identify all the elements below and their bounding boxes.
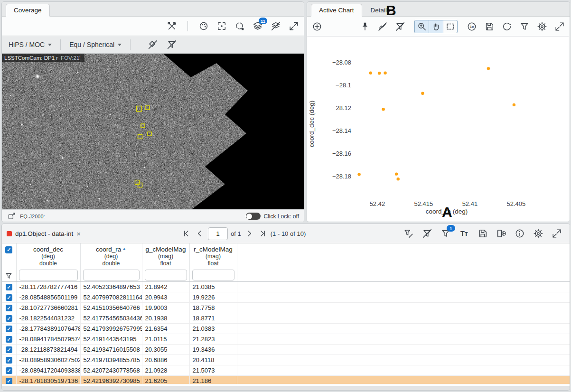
close-table-icon[interactable]: × [76,230,81,238]
table-cell[interactable]: -28.08548856501199 [16,292,80,303]
scatter-plot[interactable]: coord_dec (deg) coord_ra (deg) −28.08−28… [307,37,569,221]
table-cell[interactable]: 52.40523364897653 [80,282,142,292]
filter-count-icon[interactable]: 1 [440,227,452,240]
table-cell[interactable]: 20.6886 [142,355,189,365]
column-header-coord-dec[interactable]: coord_dec (deg) double [16,243,80,282]
scatter-point[interactable] [357,173,360,176]
table-cell[interactable]: 21.0383 [189,324,237,334]
column-header-g-cmodelmag[interactable]: g_cModelMag (mag) float [142,243,189,282]
table-row[interactable]: -28.1211887382149452.4193471601550820.30… [2,345,570,355]
recenter-icon[interactable] [215,20,228,32]
table-row[interactable]: -28.0854885650119952.40799708281116420.9… [2,292,570,303]
scatter-point[interactable] [396,177,399,180]
row-checkbox[interactable] [6,284,12,290]
add-chart-icon[interactable] [311,20,323,33]
color-table-icon[interactable] [197,20,210,32]
row-checkbox[interactable] [6,336,12,343]
scatter-point[interactable] [395,172,398,175]
table-cell[interactable]: -28.12118873821494 [16,345,80,355]
horizontal-scrollbar[interactable] [2,386,570,390]
table-cell[interactable]: 52.41510356640766 [80,303,142,313]
table-row[interactable]: -28.1072773666028152.4151035664076619.90… [2,303,570,313]
row-checkbox[interactable] [6,367,12,374]
tab-coverage[interactable]: Coverage [6,4,50,17]
expand-icon[interactable] [553,20,566,33]
table-row[interactable]: -28.1172878277741652.4052336489765321.89… [2,282,570,292]
table-cell[interactable]: 21.5073 [189,365,237,376]
clear-filters-icon[interactable] [421,227,433,240]
chart-overlay-off-icon[interactable] [376,20,389,33]
row-checkbox[interactable] [6,378,12,384]
table-row[interactable]: -28.1781830519713652.4219639273098521.62… [2,376,570,384]
table-cell[interactable]: 20.4118 [189,355,237,365]
next-page-icon[interactable] [244,228,254,239]
table-cell[interactable]: 19.9226 [189,292,237,303]
table-cell[interactable]: -28.10727736660281 [16,303,80,313]
pin-chart-icon[interactable] [359,20,371,33]
table-cell[interactable]: 21.6205 [142,376,189,384]
chart-filter-icon[interactable] [518,20,531,33]
zoom-icon[interactable] [415,20,429,33]
table-cell[interactable]: -28.089589306027502 [16,355,80,365]
filter-input-g-cmodelmag[interactable] [145,270,187,280]
pan-hand-icon[interactable] [429,20,443,33]
column-header-r-cmodelmag[interactable]: r_cModelMag (mag) float [189,243,237,282]
table-cell[interactable]: 21.0385 [189,282,237,292]
tab-details[interactable]: Details [363,4,398,16]
row-checkbox[interactable] [6,294,12,301]
click-lock-toggle[interactable] [246,213,261,220]
text-view-icon[interactable]: Tт [458,227,470,240]
expand-icon[interactable] [551,227,563,240]
table-cell[interactable]: 52.4191443543195 [80,334,142,345]
table-row[interactable]: -28.17784389107647852.41793992675799521.… [2,324,570,334]
table-row[interactable]: -28.182254403123252.41775456503443620.19… [2,313,570,324]
scatter-point[interactable] [382,108,384,111]
hips-moc-dropdown[interactable]: HiPS / MOC [4,41,56,48]
table-cell[interactable]: 21.0115 [142,334,189,345]
open-in-new-icon[interactable] [7,212,16,221]
row-checkbox[interactable] [6,346,12,353]
filter-input-coord-dec[interactable] [19,270,78,280]
table-cell[interactable]: 19.3436 [189,345,237,355]
chart-filter-off-icon[interactable] [394,20,406,33]
table-cell[interactable]: -28.089417204093838 [16,365,80,376]
table-cell[interactable]: -28.089417845079574 [16,334,80,345]
table-cell[interactable]: -28.1822544031232 [16,313,80,324]
box-select-icon[interactable] [443,20,457,33]
table-cell[interactable]: 18.8771 [189,313,237,324]
table-cell[interactable]: -28.177843891076478 [16,324,80,334]
last-page-icon[interactable] [257,228,268,239]
table-cell[interactable]: 52.42072430778568 [80,365,142,376]
table-cell[interactable]: 20.1938 [142,313,189,324]
overlays-off-icon[interactable] [147,38,159,51]
row-checkbox[interactable] [6,357,12,364]
row-checkbox[interactable] [6,305,12,311]
table-cell[interactable]: 18.7758 [189,303,237,313]
table-cell[interactable]: 20.3055 [142,345,189,355]
info-icon[interactable] [514,227,526,240]
coord-system-dropdown[interactable]: Equ / Spherical [65,41,126,48]
filter-row-icon[interactable] [4,271,14,280]
scatter-point[interactable] [421,92,424,95]
table-cell[interactable]: -28.17818305197136 [16,376,80,384]
layers-off-icon[interactable] [270,20,282,32]
save-chart-icon[interactable] [483,20,496,33]
table-cell[interactable]: 52.42196392730985 [80,376,142,384]
column-header-coord-ra[interactable]: coord_ra▲ (deg) double [80,243,142,282]
table-cell[interactable]: 20.9943 [142,292,189,303]
scatter-point[interactable] [369,72,372,75]
filter-input-r-cmodelmag[interactable] [192,270,234,280]
table-cell[interactable]: 21.6354 [142,324,189,334]
layers-icon[interactable]: 11 [252,20,264,32]
row-checkbox[interactable] [6,326,12,332]
add-column-icon[interactable] [495,227,507,240]
zoom-original-icon[interactable]: 1x [466,20,478,33]
scatter-point[interactable] [384,72,386,75]
table-cell[interactable]: 21.8942 [142,282,189,292]
tools-icon[interactable] [166,20,178,32]
table-cell[interactable]: 52.41934716015508 [80,345,142,355]
first-page-icon[interactable] [181,228,192,239]
row-checkbox[interactable] [6,315,12,322]
page-number-input[interactable] [208,227,228,240]
filter-input-coord-ra[interactable] [83,270,140,280]
